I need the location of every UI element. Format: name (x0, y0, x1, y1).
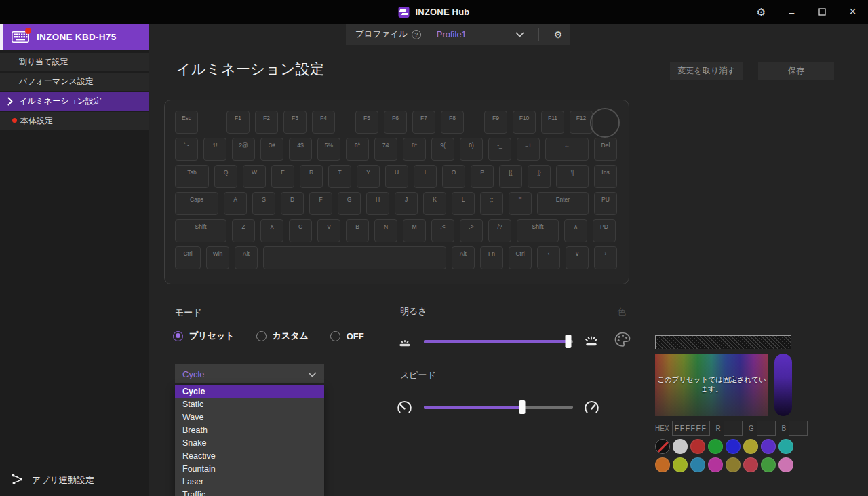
keyboard-key[interactable]: F1 (226, 111, 250, 134)
keyboard-key[interactable]: X (260, 219, 283, 242)
color-swatch[interactable] (690, 439, 705, 454)
keyboard-key[interactable]: L (452, 192, 475, 215)
keyboard-key[interactable]: -_ (488, 138, 511, 161)
sidebar-item-illumination[interactable]: イルミネーション設定 (0, 92, 149, 111)
undo-changes-button[interactable]: 変更を取り消す (670, 62, 743, 80)
keyboard-key[interactable]: F9 (484, 111, 507, 134)
slider-thumb[interactable] (519, 400, 526, 414)
keyboard-key[interactable]: [{ (499, 165, 522, 188)
keyboard-key[interactable]: Y (357, 165, 380, 188)
keyboard-key[interactable]: Z (232, 219, 255, 242)
save-button[interactable]: 保存 (758, 62, 834, 80)
minimize-button[interactable]: – (776, 0, 807, 24)
keyboard-key[interactable]: F10 (513, 111, 536, 134)
color-swatch[interactable] (743, 439, 758, 454)
color-swatch[interactable] (743, 457, 758, 472)
keyboard-key[interactable]: F3 (283, 111, 307, 134)
color-swatch[interactable] (726, 457, 741, 472)
preset-option[interactable]: Cycle (175, 385, 324, 398)
keyboard-key[interactable]: Ctrl (175, 246, 201, 269)
keyboard-key[interactable]: =+ (517, 138, 540, 161)
keyboard-key[interactable]: P (471, 165, 494, 188)
keyboard-key[interactable]: F12 (570, 111, 593, 134)
color-swatch[interactable] (673, 457, 688, 472)
brightness-slider[interactable] (424, 340, 573, 343)
keyboard-key[interactable]: F5 (355, 111, 378, 134)
keyboard-key[interactable]: `~ (175, 138, 198, 161)
keyboard-key[interactable]: ,< (431, 219, 454, 242)
keyboard-key[interactable]: › (594, 246, 617, 269)
radio-preset[interactable]: プリセット (173, 330, 235, 342)
keyboard-key[interactable]: 5% (317, 138, 340, 161)
keyboard-key[interactable]: I (414, 165, 437, 188)
slider-thumb[interactable] (566, 335, 572, 348)
keyboard-key[interactable]: F (309, 192, 332, 215)
swatch-none[interactable] (655, 439, 670, 454)
color-swatch[interactable] (673, 439, 688, 454)
profile-select-value[interactable]: Profile1 (437, 29, 515, 39)
keyboard-key[interactable]: /? (488, 219, 511, 242)
g-input[interactable] (757, 421, 776, 436)
color-swatch[interactable] (690, 457, 705, 472)
keyboard-key[interactable]: Alt (452, 246, 475, 269)
keyboard-key[interactable]: F7 (412, 111, 435, 134)
keyboard-key[interactable]: 0) (460, 138, 483, 161)
sidebar-item-performance[interactable]: パフォーマンス設定 (0, 73, 149, 91)
preset-option[interactable]: Fountain (175, 463, 324, 476)
sidebar-item-device-settings[interactable]: 本体設定 (0, 112, 149, 130)
keyboard-key[interactable]: R (300, 165, 323, 188)
keyboard-key[interactable]: ‹ (537, 246, 560, 269)
keyboard-key[interactable]: W (243, 165, 266, 188)
keyboard-key[interactable]: F11 (541, 111, 564, 134)
keyboard-key[interactable]: Q (214, 165, 237, 188)
color-swatch[interactable] (726, 439, 741, 454)
preset-option[interactable]: Static (175, 398, 324, 411)
help-icon[interactable]: ? (412, 30, 421, 39)
keyboard-key[interactable]: 9( (431, 138, 454, 161)
maximize-button[interactable] (807, 0, 837, 24)
palette-icon[interactable] (614, 331, 631, 351)
color-value-slider[interactable] (774, 354, 792, 416)
keyboard-key[interactable]: E (271, 165, 294, 188)
keyboard-key[interactable]: B (346, 219, 369, 242)
chevron-down-icon[interactable] (515, 32, 524, 37)
keyboard-key[interactable]: O (442, 165, 465, 188)
color-swatch[interactable] (655, 457, 670, 472)
preset-option[interactable]: Snake (175, 437, 324, 450)
keyboard-key[interactable]: 7& (374, 138, 397, 161)
radio-off[interactable]: OFF (330, 330, 364, 342)
keyboard-key[interactable]: Ctrl (509, 246, 532, 269)
keyboard-key[interactable]: ∧ (564, 219, 587, 242)
keyboard-key[interactable]: N (374, 219, 397, 242)
keyboard-key[interactable]: Shift (517, 219, 559, 242)
keyboard-key[interactable]: \| (556, 165, 589, 188)
keyboard-key[interactable]: — (263, 246, 446, 269)
keyboard-key[interactable]: 3# (260, 138, 283, 161)
keyboard-key[interactable]: Shift (175, 219, 226, 242)
hex-input[interactable] (672, 421, 710, 436)
radio-custom[interactable]: カスタム (256, 330, 309, 342)
keyboard-key[interactable]: M (403, 219, 426, 242)
color-swatch[interactable] (761, 457, 776, 472)
keyboard-key[interactable]: 1! (203, 138, 226, 161)
keyboard-key[interactable]: Fn (480, 246, 503, 269)
keyboard-key[interactable]: Alt (235, 246, 258, 269)
keyboard-key[interactable]: Ins (594, 165, 617, 188)
app-link-settings[interactable]: アプリ連動設定 (11, 473, 94, 488)
keyboard-key[interactable]: ]} (528, 165, 551, 188)
color-swatch[interactable] (778, 457, 793, 472)
keyboard-key[interactable]: Win (206, 246, 229, 269)
keyboard-key[interactable]: 8* (403, 138, 426, 161)
keyboard-key[interactable]: J (395, 192, 418, 215)
keyboard-key[interactable]: T (328, 165, 351, 188)
preset-option[interactable]: Laser (175, 476, 324, 489)
keyboard-key[interactable]: C (289, 219, 312, 242)
keyboard-key[interactable]: U (385, 165, 408, 188)
device-header[interactable]: INZONE KBD-H75 (0, 24, 149, 50)
app-settings-gear-icon[interactable]: ⚙ (746, 0, 776, 24)
keyboard-key[interactable]: Caps (175, 192, 218, 215)
keyboard-key[interactable]: S (252, 192, 275, 215)
r-input[interactable] (724, 421, 743, 436)
keyboard-key[interactable]: F2 (255, 111, 278, 134)
keyboard-key[interactable]: ← (545, 138, 589, 161)
